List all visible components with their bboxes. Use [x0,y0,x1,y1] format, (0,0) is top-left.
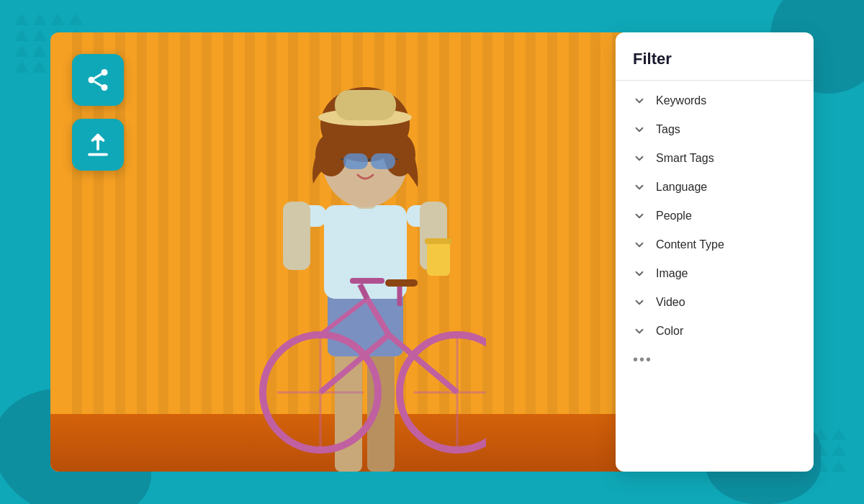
filter-item-smart-tags[interactable]: Smart Tags [616,144,814,173]
svg-rect-33 [283,202,310,270]
svg-marker-4 [14,30,29,41]
svg-rect-37 [425,238,452,244]
wall-stripe [547,32,557,472]
svg-marker-2 [50,14,65,25]
share-button[interactable] [72,54,124,106]
filter-label-image: Image [656,267,688,280]
filter-label-language: Language [656,181,707,194]
main-container: Filter KeywordsTagsSmart TagsLanguagePeo… [50,32,814,472]
upload-button[interactable] [72,119,124,171]
svg-marker-9 [32,45,47,57]
photo-composition [50,32,677,472]
share-icon [85,67,111,93]
wall-stripe [180,32,190,472]
filter-label-color: Color [656,325,683,338]
filter-label-keywords: Keywords [656,94,706,107]
svg-line-67 [94,81,102,86]
svg-point-64 [102,69,108,76]
svg-marker-12 [14,61,29,73]
svg-rect-46 [371,153,395,169]
chevron-down-icon [633,94,646,107]
svg-marker-1 [32,14,47,25]
svg-marker-27 [832,460,846,472]
wall-stripe [137,32,147,472]
svg-line-68 [94,74,102,78]
wall-stripe [202,32,212,472]
image-area [50,32,677,472]
svg-marker-5 [32,30,47,41]
wall-stripe [504,32,514,472]
chevron-down-icon [633,210,646,222]
person-illustration [241,61,486,472]
filter-item-keywords[interactable]: Keywords [616,86,814,115]
filter-label-video: Video [656,296,685,309]
chevron-down-icon [633,181,646,194]
wall-stripe [526,32,536,472]
upload-icon [85,132,111,158]
svg-marker-8 [14,45,29,57]
chevron-down-icon [633,238,646,251]
filter-more-button[interactable]: ••• [616,346,814,374]
svg-point-66 [102,84,108,91]
svg-marker-23 [832,444,846,456]
chevron-down-icon [633,296,646,309]
filter-label-people: People [656,210,692,222]
filter-items-list: KeywordsTagsSmart TagsLanguagePeopleCont… [616,86,814,346]
wall-stripe [158,32,168,472]
filter-item-content-type[interactable]: Content Type [616,230,814,259]
svg-rect-36 [427,241,450,276]
svg-marker-19 [832,428,846,440]
wall-stripe [223,32,233,472]
chevron-down-icon [633,267,646,280]
wall-stripe [590,32,600,472]
chevron-down-icon [633,152,646,165]
svg-rect-45 [343,153,368,169]
svg-marker-18 [814,428,828,440]
svg-marker-3 [68,14,83,25]
chevron-down-icon [633,123,646,136]
svg-marker-26 [814,460,828,472]
filter-item-tags[interactable]: Tags [616,115,814,144]
filter-panel: Filter KeywordsTagsSmart TagsLanguagePeo… [616,32,814,472]
svg-rect-44 [335,90,396,120]
filter-label-content-type: Content Type [656,238,724,251]
chevron-down-icon [633,325,646,338]
filter-item-people[interactable]: People [616,202,814,230]
svg-point-41 [315,133,347,176]
filter-label-tags: Tags [656,123,680,136]
filter-item-language[interactable]: Language [616,173,814,202]
svg-marker-0 [14,14,29,25]
svg-point-65 [89,77,95,84]
filter-item-color[interactable]: Color [616,317,814,346]
filter-item-image[interactable]: Image [616,259,814,288]
svg-marker-13 [32,61,47,73]
svg-marker-22 [814,444,828,456]
wall-stripe [569,32,579,472]
filter-item-video[interactable]: Video [616,288,814,317]
filter-title: Filter [616,50,814,81]
filter-label-smart-tags: Smart Tags [656,152,714,165]
